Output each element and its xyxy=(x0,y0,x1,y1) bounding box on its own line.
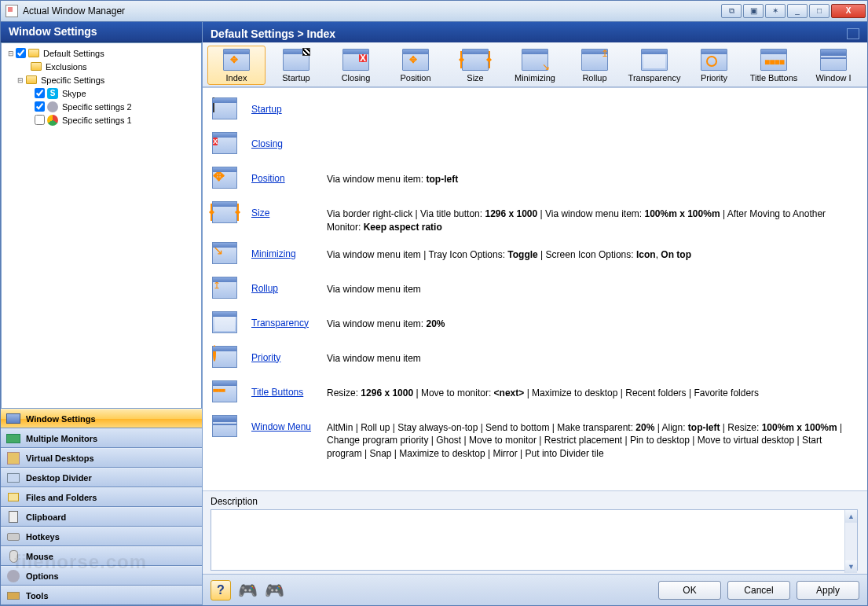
link-minimizing[interactable]: Minimizing xyxy=(251,241,327,259)
desc-rollup: Via window menu item xyxy=(327,275,861,296)
bottom-bar: ? 🎮 🎮 OK Cancel Apply xyxy=(203,574,867,605)
chrome-icon xyxy=(46,114,59,127)
link-rollup[interactable]: Rollup xyxy=(251,275,327,294)
size-icon xyxy=(211,200,240,226)
description-scrollbar[interactable]: ▲ ▼ xyxy=(844,510,857,573)
desc-priority: Via window menu item xyxy=(327,344,861,365)
description-label: Description xyxy=(211,496,859,507)
link-priority[interactable]: Priority xyxy=(251,344,327,363)
header-window-icon[interactable] xyxy=(847,28,859,39)
tree-item-spec2[interactable]: Specific settings 2 xyxy=(62,102,132,112)
folder-icon xyxy=(25,74,38,86)
description-section: Description ▲ ▼ xyxy=(203,490,867,574)
scroll-up-icon[interactable]: ▲ xyxy=(845,510,857,523)
tree-exclusions[interactable]: Exclusions xyxy=(46,62,87,72)
index-content[interactable]: Startup X Closing ✥ Position Via window … xyxy=(203,87,867,490)
collapse-icon[interactable]: ⊟ xyxy=(6,50,16,57)
desc-transparency: Via window menu item: 20% xyxy=(327,310,861,331)
tree-item-skype[interactable]: Skype xyxy=(62,89,86,98)
tb-position[interactable]: ✥Position xyxy=(386,46,445,85)
link-title-buttons[interactable]: Title Buttons xyxy=(251,379,327,398)
tb-index[interactable]: ✥Index xyxy=(207,46,266,85)
tree-specific[interactable]: Specific Settings xyxy=(41,75,104,85)
desc-title-buttons: Resize: 1296 x 1000 | Move to monitor: <… xyxy=(327,379,861,400)
maximize-button[interactable]: □ xyxy=(809,4,830,18)
row-window-menu: Window Menu AltMin | Roll up | Stay alwa… xyxy=(211,413,861,461)
row-closing: X Closing xyxy=(211,130,861,159)
close-button[interactable]: X xyxy=(831,4,866,18)
app-title: Actual Window Manager xyxy=(23,6,125,17)
apply-button[interactable]: Apply xyxy=(797,581,859,600)
cat-multiple-monitors[interactable]: Multiple Monitors xyxy=(1,428,202,448)
rollup-icon: ↥ xyxy=(211,275,240,302)
link-closing[interactable]: Closing xyxy=(251,130,327,149)
description-textarea[interactable] xyxy=(211,509,858,571)
row-priority: Priority Via window menu item xyxy=(211,344,861,373)
desc-window-menu: AltMin | Roll up | Stay always-on-top | … xyxy=(327,413,861,461)
scroll-down-icon[interactable]: ▼ xyxy=(845,560,857,573)
priority-icon xyxy=(211,344,240,371)
gamepad-icon[interactable]: 🎮 xyxy=(237,580,258,600)
cat-tools[interactable]: Tools xyxy=(1,586,202,605)
category-list: Window Settings Multiple Monitors Virtua… xyxy=(1,409,202,605)
link-startup[interactable]: Startup xyxy=(251,96,327,115)
cancel-button[interactable]: Cancel xyxy=(727,581,790,600)
tb-minimizing[interactable]: ↘Minimizing xyxy=(506,46,564,85)
window-menu-icon xyxy=(211,413,240,440)
cat-desktop-divider[interactable]: Desktop Divider xyxy=(1,468,202,487)
row-transparency: Transparency Via window menu item: 20% xyxy=(211,310,861,338)
gear-icon xyxy=(46,101,59,113)
window-controls: ⧉ ▣ ✶ _ □ X xyxy=(721,4,867,18)
folder-icon xyxy=(27,47,40,60)
minimize-button[interactable]: _ xyxy=(787,4,808,18)
cat-window-settings[interactable]: Window Settings xyxy=(1,409,202,428)
breadcrumb-header: Default Settings > Index xyxy=(203,22,867,42)
awm-button-1[interactable]: ⧉ xyxy=(721,4,742,18)
link-size[interactable]: Size xyxy=(251,200,327,219)
row-title-buttons: ■■■■ Title Buttons Resize: 1296 x 1000 |… xyxy=(211,379,861,407)
desc-position: Via window menu item: top-left xyxy=(327,165,861,186)
titlebar: Actual Window Manager ⧉ ▣ ✶ _ □ X xyxy=(0,0,868,22)
link-position[interactable]: Position xyxy=(251,165,327,184)
cat-mouse[interactable]: Mouse xyxy=(1,546,202,566)
spec2-check[interactable] xyxy=(35,101,45,112)
default-settings-check[interactable] xyxy=(16,48,26,58)
title-buttons-icon: ■■■■ xyxy=(211,379,240,406)
skype-check[interactable] xyxy=(35,88,45,98)
link-window-menu[interactable]: Window Menu xyxy=(251,413,327,432)
tb-size[interactable]: Size xyxy=(446,46,504,85)
tree-default[interactable]: Default Settings xyxy=(43,49,104,58)
ok-button[interactable]: OK xyxy=(658,581,721,600)
awm-button-3[interactable]: ✶ xyxy=(765,4,786,18)
transparency-icon xyxy=(211,310,240,336)
tb-transparency[interactable]: Transparency xyxy=(625,46,683,85)
left-header: Window Settings xyxy=(1,22,202,42)
folder-icon xyxy=(30,61,42,73)
gamepad-icon-2[interactable]: 🎮 xyxy=(264,580,284,600)
app-icon xyxy=(5,5,18,17)
tb-title-buttons[interactable]: ■■■■Title Buttons xyxy=(745,46,803,85)
startup-icon xyxy=(211,96,240,123)
cat-files-folders[interactable]: Files and Folders xyxy=(1,487,202,507)
cat-virtual-desktops[interactable]: Virtual Desktops xyxy=(1,448,202,468)
collapse-icon[interactable]: ⊟ xyxy=(16,76,25,84)
row-size: Size Via border right-click | Via title … xyxy=(211,200,861,234)
tb-closing[interactable]: XClosing xyxy=(327,46,385,85)
tb-rollup[interactable]: ↥Rollup xyxy=(566,46,624,85)
spec1-check[interactable] xyxy=(35,115,45,125)
cat-hotkeys[interactable]: Hotkeys xyxy=(1,527,202,546)
tb-startup[interactable]: Startup xyxy=(267,46,325,85)
tb-priority[interactable]: Priority xyxy=(685,46,743,85)
tb-window-menu[interactable]: Window I xyxy=(804,46,863,85)
row-rollup: ↥ Rollup Via window menu item xyxy=(211,275,861,303)
link-transparency[interactable]: Transparency xyxy=(251,310,327,329)
desc-closing xyxy=(327,130,861,138)
help-icon[interactable]: ? xyxy=(211,580,231,600)
settings-tree[interactable]: ⊟ Default Settings Exclusions ⊟ Specific… xyxy=(1,42,202,409)
toolbar: ✥Index Startup XClosing ✥Position Size ↘… xyxy=(203,42,867,87)
awm-button-2[interactable]: ▣ xyxy=(743,4,764,18)
cat-options[interactable]: Options xyxy=(1,566,202,586)
breadcrumb: Default Settings > Index xyxy=(211,28,335,40)
cat-clipboard[interactable]: Clipboard xyxy=(1,507,202,527)
tree-item-spec1[interactable]: Specific settings 1 xyxy=(62,116,132,125)
